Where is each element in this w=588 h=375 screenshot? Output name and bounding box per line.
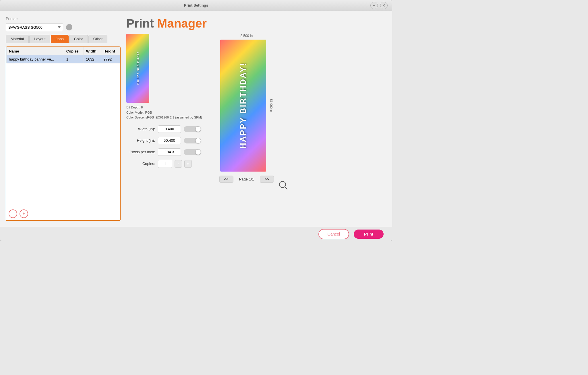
zoom-icon[interactable] <box>278 180 288 192</box>
jobs-footer: - + <box>6 207 120 220</box>
print-settings-window: Print Settings − ✕ Printer: SAWGRASS SG5… <box>0 0 392 241</box>
ppi-label: Pixels per inch: <box>126 150 155 154</box>
manager-word: Manager <box>157 17 207 30</box>
col-header-width: Width <box>84 47 101 55</box>
jobs-table: Name Copies Width Height happy birthday … <box>6 47 120 63</box>
cancel-button[interactable]: Cancel <box>318 229 349 239</box>
width-slider-thumb <box>195 126 201 132</box>
tab-color[interactable]: Color <box>69 35 88 43</box>
ppi-slider[interactable] <box>184 149 201 155</box>
job-name: happy birthday banner ve... <box>7 55 64 63</box>
main-content: Printer: SAWGRASS SG500 Material Layout … <box>0 11 392 227</box>
job-width: 1632 <box>84 55 101 63</box>
copies-minus-button[interactable]: - <box>175 160 182 168</box>
print-button[interactable]: Print <box>354 230 384 239</box>
printer-status-indicator <box>66 24 72 30</box>
bit-depth-info: Bit Depth: 8 <box>126 105 202 110</box>
print-word: Print <box>126 17 154 30</box>
col-header-height: Height <box>101 47 120 55</box>
copies-control: - + <box>158 160 192 168</box>
properties-section: Width (in): Height (in): <box>126 123 202 168</box>
copies-input[interactable] <box>158 160 172 168</box>
large-preview-image: HAPPY BIRTHDAY! <box>220 40 266 172</box>
ppi-input[interactable] <box>158 148 181 156</box>
color-space-info: Color Space: sRGB IEC61966-2.1 (assumed … <box>126 115 202 120</box>
minimize-button[interactable]: − <box>370 2 378 9</box>
printer-section: Printer: SAWGRASS SG500 <box>6 17 121 31</box>
color-model-info: Color Model: RGB <box>126 110 202 115</box>
large-preview-column: 8.500 in HAPPY BIRTHDAY! 51.000 in <box>219 34 274 221</box>
image-thumbnail: HAPPY BIRTHDAY! <box>126 34 149 103</box>
col-header-name: Name <box>7 47 64 55</box>
title-bar: Print Settings − ✕ <box>0 0 392 11</box>
printer-select[interactable]: SAWGRASS SG500 <box>6 23 63 31</box>
page-info: Page 1/1 <box>239 177 254 181</box>
tab-other[interactable]: Other <box>88 35 108 43</box>
thumbnail-props-column: HAPPY BIRTHDAY! Bit Depth: 8 Color Model… <box>126 34 202 221</box>
tab-layout[interactable]: Layout <box>29 35 50 43</box>
height-label: Height (in): <box>126 138 155 143</box>
copies-plus-button[interactable]: + <box>184 160 192 168</box>
tab-jobs[interactable]: Jobs <box>51 35 68 43</box>
ppi-row: Pixels per inch: <box>126 148 202 156</box>
ppi-slider-thumb <box>195 149 201 155</box>
width-label: Width (in): <box>126 127 155 131</box>
copies-row: Copies: - + <box>126 160 202 168</box>
height-dimension-label: 51.000 in <box>270 99 273 112</box>
window-controls: − ✕ <box>370 2 388 9</box>
page-navigation: << Page 1/1 >> <box>219 176 274 183</box>
col-header-copies: Copies <box>64 47 84 55</box>
jobs-panel: Name Copies Width Height happy birthday … <box>6 46 121 221</box>
remove-job-button[interactable]: - <box>9 209 17 218</box>
jobs-table-area: Name Copies Width Height happy birthday … <box>6 47 120 207</box>
next-page-button[interactable]: >> <box>260 176 274 183</box>
width-row: Width (in): <box>126 125 202 133</box>
large-banner-text: HAPPY BIRTHDAY! <box>239 63 247 149</box>
height-slider-thumb <box>195 138 201 143</box>
preview-props-area: HAPPY BIRTHDAY! Bit Depth: 8 Color Model… <box>126 34 386 221</box>
height-slider[interactable] <box>184 138 201 143</box>
tab-material[interactable]: Material <box>6 35 29 43</box>
prev-page-button[interactable]: << <box>219 176 233 183</box>
svg-line-1 <box>285 187 287 189</box>
large-preview-container: HAPPY BIRTHDAY! 51.000 in <box>220 40 273 172</box>
left-panel: Printer: SAWGRASS SG500 Material Layout … <box>6 17 121 221</box>
window-title: Print Settings <box>184 3 208 7</box>
height-row: Height (in): <box>126 137 202 144</box>
job-height: 9792 <box>101 55 120 63</box>
width-slider[interactable] <box>184 126 201 132</box>
table-row[interactable]: happy birthday banner ve... 1 1632 9792 <box>7 55 120 63</box>
print-manager-heading: Print Manager <box>126 17 386 30</box>
height-input[interactable] <box>158 137 181 144</box>
tabs-bar: Material Layout Jobs Color Other <box>6 35 121 43</box>
printer-row: SAWGRASS SG500 <box>6 23 121 31</box>
width-dimension-label: 8.500 in <box>240 34 253 38</box>
svg-point-0 <box>279 181 286 188</box>
right-panel: Print Manager HAPPY BIRTHDAY! Bit Depth:… <box>126 17 386 221</box>
bottom-bar: Cancel Print <box>0 227 392 241</box>
image-info: Bit Depth: 8 Color Model: RGB Color Spac… <box>126 105 202 120</box>
add-job-button[interactable]: + <box>20 209 28 218</box>
width-input[interactable] <box>158 125 181 133</box>
copies-label: Copies: <box>126 162 155 166</box>
printer-label: Printer: <box>6 17 121 21</box>
close-button[interactable]: ✕ <box>380 2 388 9</box>
thumbnail-banner-text: HAPPY BIRTHDAY! <box>136 52 140 85</box>
job-copies: 1 <box>64 55 84 63</box>
